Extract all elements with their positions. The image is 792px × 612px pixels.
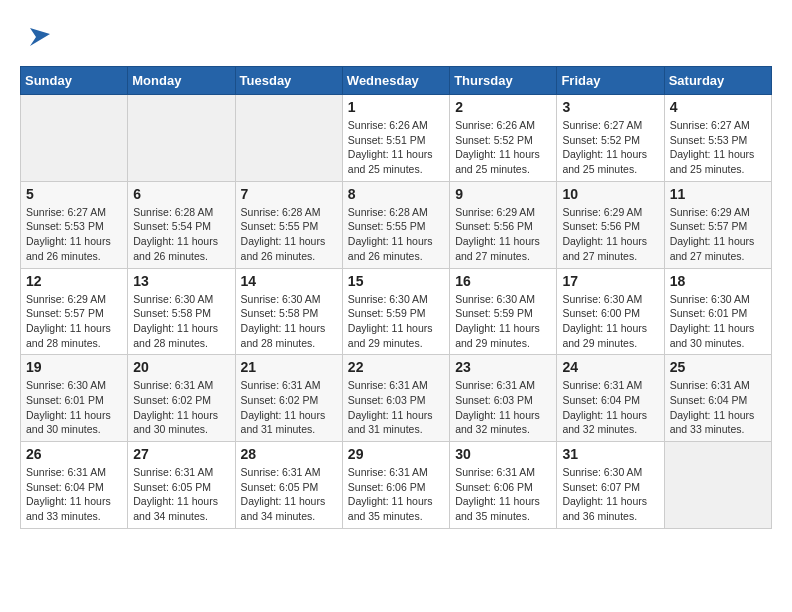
day-info: Sunrise: 6:30 AMSunset: 6:07 PMDaylight:… bbox=[562, 465, 658, 524]
day-info: Sunrise: 6:31 AMSunset: 6:06 PMDaylight:… bbox=[348, 465, 444, 524]
day-header-wednesday: Wednesday bbox=[342, 67, 449, 95]
day-info: Sunrise: 6:28 AMSunset: 5:55 PMDaylight:… bbox=[241, 205, 337, 264]
svg-marker-0 bbox=[30, 28, 50, 46]
calendar-cell: 28Sunrise: 6:31 AMSunset: 6:05 PMDayligh… bbox=[235, 442, 342, 529]
day-info: Sunrise: 6:29 AMSunset: 5:56 PMDaylight:… bbox=[562, 205, 658, 264]
calendar-cell: 3Sunrise: 6:27 AMSunset: 5:52 PMDaylight… bbox=[557, 95, 664, 182]
calendar-cell: 19Sunrise: 6:30 AMSunset: 6:01 PMDayligh… bbox=[21, 355, 128, 442]
day-info: Sunrise: 6:30 AMSunset: 5:58 PMDaylight:… bbox=[133, 292, 229, 351]
calendar-week-5: 26Sunrise: 6:31 AMSunset: 6:04 PMDayligh… bbox=[21, 442, 772, 529]
day-header-saturday: Saturday bbox=[664, 67, 771, 95]
calendar-cell: 24Sunrise: 6:31 AMSunset: 6:04 PMDayligh… bbox=[557, 355, 664, 442]
day-number: 24 bbox=[562, 359, 658, 375]
calendar-cell: 25Sunrise: 6:31 AMSunset: 6:04 PMDayligh… bbox=[664, 355, 771, 442]
day-info: Sunrise: 6:31 AMSunset: 6:04 PMDaylight:… bbox=[26, 465, 122, 524]
calendar-cell: 18Sunrise: 6:30 AMSunset: 6:01 PMDayligh… bbox=[664, 268, 771, 355]
calendar-cell: 31Sunrise: 6:30 AMSunset: 6:07 PMDayligh… bbox=[557, 442, 664, 529]
day-number: 19 bbox=[26, 359, 122, 375]
day-info: Sunrise: 6:31 AMSunset: 6:05 PMDaylight:… bbox=[133, 465, 229, 524]
day-number: 15 bbox=[348, 273, 444, 289]
day-info: Sunrise: 6:31 AMSunset: 6:02 PMDaylight:… bbox=[241, 378, 337, 437]
logo bbox=[20, 20, 52, 50]
day-number: 14 bbox=[241, 273, 337, 289]
calendar-week-4: 19Sunrise: 6:30 AMSunset: 6:01 PMDayligh… bbox=[21, 355, 772, 442]
day-number: 12 bbox=[26, 273, 122, 289]
calendar-cell bbox=[235, 95, 342, 182]
calendar-cell: 14Sunrise: 6:30 AMSunset: 5:58 PMDayligh… bbox=[235, 268, 342, 355]
day-number: 5 bbox=[26, 186, 122, 202]
day-info: Sunrise: 6:31 AMSunset: 6:04 PMDaylight:… bbox=[670, 378, 766, 437]
calendar-week-2: 5Sunrise: 6:27 AMSunset: 5:53 PMDaylight… bbox=[21, 181, 772, 268]
calendar-cell: 23Sunrise: 6:31 AMSunset: 6:03 PMDayligh… bbox=[450, 355, 557, 442]
day-number: 22 bbox=[348, 359, 444, 375]
calendar-cell: 6Sunrise: 6:28 AMSunset: 5:54 PMDaylight… bbox=[128, 181, 235, 268]
day-number: 9 bbox=[455, 186, 551, 202]
day-info: Sunrise: 6:27 AMSunset: 5:53 PMDaylight:… bbox=[670, 118, 766, 177]
day-info: Sunrise: 6:31 AMSunset: 6:02 PMDaylight:… bbox=[133, 378, 229, 437]
day-number: 1 bbox=[348, 99, 444, 115]
day-info: Sunrise: 6:30 AMSunset: 6:00 PMDaylight:… bbox=[562, 292, 658, 351]
calendar-cell: 17Sunrise: 6:30 AMSunset: 6:00 PMDayligh… bbox=[557, 268, 664, 355]
day-header-friday: Friday bbox=[557, 67, 664, 95]
day-number: 2 bbox=[455, 99, 551, 115]
day-info: Sunrise: 6:31 AMSunset: 6:04 PMDaylight:… bbox=[562, 378, 658, 437]
calendar-cell bbox=[664, 442, 771, 529]
calendar-cell: 29Sunrise: 6:31 AMSunset: 6:06 PMDayligh… bbox=[342, 442, 449, 529]
day-number: 4 bbox=[670, 99, 766, 115]
calendar-cell: 2Sunrise: 6:26 AMSunset: 5:52 PMDaylight… bbox=[450, 95, 557, 182]
day-header-sunday: Sunday bbox=[21, 67, 128, 95]
calendar-cell bbox=[21, 95, 128, 182]
day-info: Sunrise: 6:28 AMSunset: 5:55 PMDaylight:… bbox=[348, 205, 444, 264]
calendar-cell: 13Sunrise: 6:30 AMSunset: 5:58 PMDayligh… bbox=[128, 268, 235, 355]
calendar-cell: 5Sunrise: 6:27 AMSunset: 5:53 PMDaylight… bbox=[21, 181, 128, 268]
day-info: Sunrise: 6:30 AMSunset: 6:01 PMDaylight:… bbox=[26, 378, 122, 437]
calendar-cell: 1Sunrise: 6:26 AMSunset: 5:51 PMDaylight… bbox=[342, 95, 449, 182]
day-info: Sunrise: 6:31 AMSunset: 6:03 PMDaylight:… bbox=[348, 378, 444, 437]
day-number: 13 bbox=[133, 273, 229, 289]
calendar-cell: 10Sunrise: 6:29 AMSunset: 5:56 PMDayligh… bbox=[557, 181, 664, 268]
day-number: 26 bbox=[26, 446, 122, 462]
day-info: Sunrise: 6:31 AMSunset: 6:03 PMDaylight:… bbox=[455, 378, 551, 437]
day-number: 3 bbox=[562, 99, 658, 115]
day-number: 30 bbox=[455, 446, 551, 462]
day-number: 17 bbox=[562, 273, 658, 289]
calendar-cell: 20Sunrise: 6:31 AMSunset: 6:02 PMDayligh… bbox=[128, 355, 235, 442]
calendar-cell: 22Sunrise: 6:31 AMSunset: 6:03 PMDayligh… bbox=[342, 355, 449, 442]
day-info: Sunrise: 6:30 AMSunset: 6:01 PMDaylight:… bbox=[670, 292, 766, 351]
day-number: 25 bbox=[670, 359, 766, 375]
day-number: 28 bbox=[241, 446, 337, 462]
day-info: Sunrise: 6:30 AMSunset: 5:59 PMDaylight:… bbox=[348, 292, 444, 351]
page-header bbox=[20, 20, 772, 50]
day-number: 11 bbox=[670, 186, 766, 202]
day-number: 6 bbox=[133, 186, 229, 202]
day-info: Sunrise: 6:31 AMSunset: 6:05 PMDaylight:… bbox=[241, 465, 337, 524]
day-number: 31 bbox=[562, 446, 658, 462]
calendar-cell: 7Sunrise: 6:28 AMSunset: 5:55 PMDaylight… bbox=[235, 181, 342, 268]
day-info: Sunrise: 6:29 AMSunset: 5:56 PMDaylight:… bbox=[455, 205, 551, 264]
day-number: 27 bbox=[133, 446, 229, 462]
day-info: Sunrise: 6:26 AMSunset: 5:51 PMDaylight:… bbox=[348, 118, 444, 177]
day-info: Sunrise: 6:27 AMSunset: 5:53 PMDaylight:… bbox=[26, 205, 122, 264]
calendar: SundayMondayTuesdayWednesdayThursdayFrid… bbox=[20, 66, 772, 529]
calendar-cell: 15Sunrise: 6:30 AMSunset: 5:59 PMDayligh… bbox=[342, 268, 449, 355]
calendar-cell: 21Sunrise: 6:31 AMSunset: 6:02 PMDayligh… bbox=[235, 355, 342, 442]
calendar-week-3: 12Sunrise: 6:29 AMSunset: 5:57 PMDayligh… bbox=[21, 268, 772, 355]
calendar-header-row: SundayMondayTuesdayWednesdayThursdayFrid… bbox=[21, 67, 772, 95]
logo-icon bbox=[22, 20, 52, 50]
day-number: 10 bbox=[562, 186, 658, 202]
day-number: 20 bbox=[133, 359, 229, 375]
calendar-cell: 12Sunrise: 6:29 AMSunset: 5:57 PMDayligh… bbox=[21, 268, 128, 355]
calendar-cell: 8Sunrise: 6:28 AMSunset: 5:55 PMDaylight… bbox=[342, 181, 449, 268]
calendar-cell: 27Sunrise: 6:31 AMSunset: 6:05 PMDayligh… bbox=[128, 442, 235, 529]
day-info: Sunrise: 6:30 AMSunset: 5:59 PMDaylight:… bbox=[455, 292, 551, 351]
day-info: Sunrise: 6:26 AMSunset: 5:52 PMDaylight:… bbox=[455, 118, 551, 177]
day-number: 16 bbox=[455, 273, 551, 289]
day-info: Sunrise: 6:30 AMSunset: 5:58 PMDaylight:… bbox=[241, 292, 337, 351]
day-info: Sunrise: 6:28 AMSunset: 5:54 PMDaylight:… bbox=[133, 205, 229, 264]
day-info: Sunrise: 6:29 AMSunset: 5:57 PMDaylight:… bbox=[670, 205, 766, 264]
day-header-tuesday: Tuesday bbox=[235, 67, 342, 95]
calendar-cell: 16Sunrise: 6:30 AMSunset: 5:59 PMDayligh… bbox=[450, 268, 557, 355]
day-info: Sunrise: 6:29 AMSunset: 5:57 PMDaylight:… bbox=[26, 292, 122, 351]
calendar-cell: 11Sunrise: 6:29 AMSunset: 5:57 PMDayligh… bbox=[664, 181, 771, 268]
day-info: Sunrise: 6:27 AMSunset: 5:52 PMDaylight:… bbox=[562, 118, 658, 177]
